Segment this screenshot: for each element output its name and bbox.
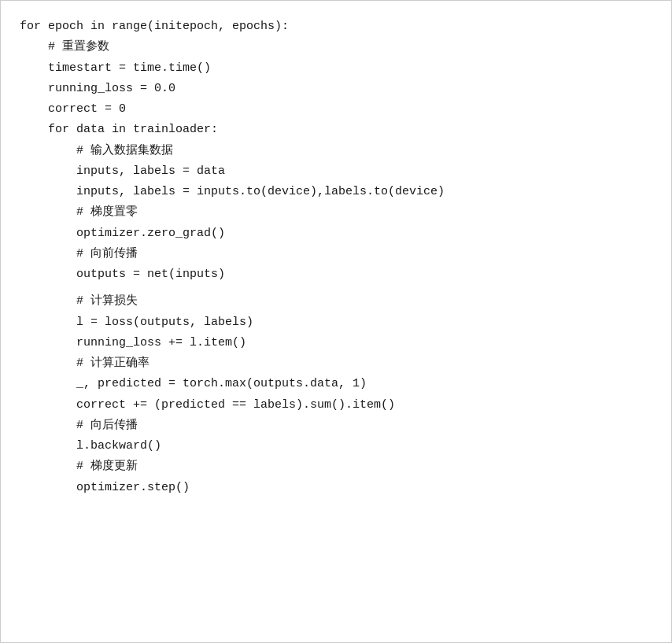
code-statement: running_loss += l.item()	[20, 333, 652, 353]
code-comment: # 向后传播	[20, 416, 652, 436]
code-statement: correct += (predicted == labels).sum().i…	[20, 395, 652, 416]
code-statement: timestart = time.time()	[20, 58, 652, 79]
code-statement: running_loss = 0.0	[20, 79, 652, 99]
code-comment: # 梯度更新	[20, 456, 652, 477]
code-comment: # 计算正确率	[20, 353, 652, 374]
code-comment: # 梯度置零	[20, 202, 652, 223]
code-statement: outputs = net(inputs)	[20, 264, 652, 285]
code-statement: _, predicted = torch.max(outputs.data, 1…	[20, 374, 652, 394]
code-statement: l = loss(outputs, labels)	[20, 312, 652, 333]
code-comment: # 计算损失	[20, 291, 652, 312]
code-statement: inputs, labels = data	[20, 161, 652, 182]
code-blank-line	[20, 285, 652, 291]
code-statement: optimizer.zero_grad()	[20, 224, 652, 244]
code-statement: inputs, labels = inputs.to(device),label…	[20, 182, 652, 202]
code-comment: # 重置参数	[20, 37, 652, 57]
code-statement: l.backward()	[20, 436, 652, 456]
code-comment: # 向前传播	[20, 244, 652, 264]
code-statement: correct = 0	[20, 99, 652, 120]
code-comment: # 输入数据集数据	[20, 141, 652, 161]
code-statement: for epoch in range(initepoch, epochs):	[20, 17, 652, 37]
code-block: for epoch in range(initepoch, epochs): #…	[0, 0, 672, 643]
code-statement: for data in trainloader:	[20, 120, 652, 140]
code-statement: optimizer.step()	[20, 478, 652, 498]
